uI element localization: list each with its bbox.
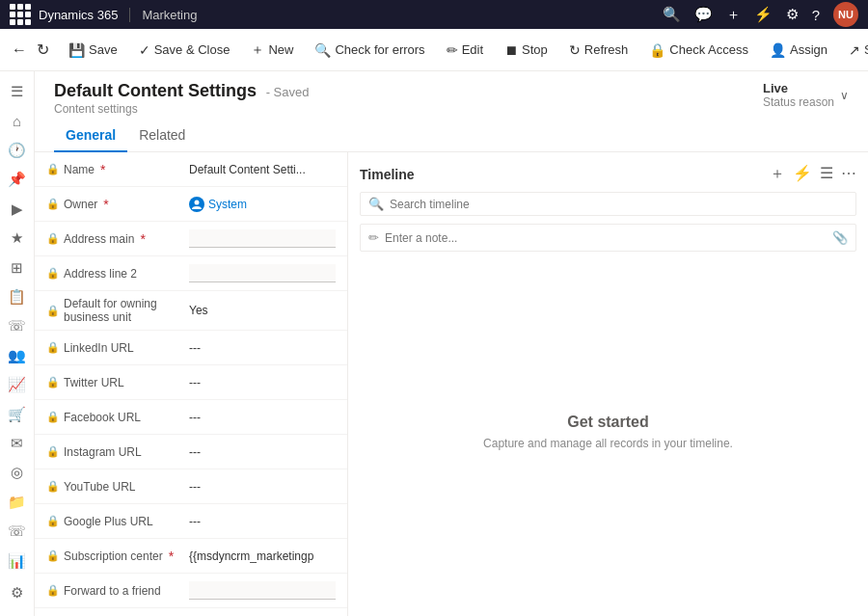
check-errors-button[interactable]: 🔍 Check for errors: [305, 39, 434, 62]
refresh-button[interactable]: ↻ Refresh: [559, 39, 638, 62]
question-icon[interactable]: 💬: [694, 6, 713, 23]
new-button[interactable]: ＋ New: [241, 38, 303, 63]
field-value-subscription: {{msdyncrm_marketingp: [189, 549, 336, 563]
add-icon[interactable]: ＋: [726, 6, 741, 24]
lock-icon-forward: 🔒: [46, 584, 60, 597]
timeline-note-input[interactable]: [385, 231, 827, 245]
field-row-forward: 🔒 Forward to a friend: [35, 574, 347, 608]
sidebar-icon-play[interactable]: ▶: [2, 197, 33, 222]
field-value-forward[interactable]: [189, 581, 336, 600]
field-label-default-owning: 🔒 Default for owning business unit: [46, 297, 189, 324]
field-value-address-main[interactable]: [189, 229, 336, 248]
sidebar-icon-target[interactable]: ◎: [2, 460, 33, 485]
status-area[interactable]: Live Status reason ∨: [763, 81, 849, 109]
field-value-linkedin: ---: [189, 341, 336, 355]
settings-icon[interactable]: ⚙: [786, 6, 799, 23]
edit-button[interactable]: ✏ Edit: [437, 39, 493, 62]
sidebar-icon-menu[interactable]: ☰: [2, 79, 33, 104]
forward-refresh-button[interactable]: ↻: [33, 37, 53, 63]
lock-icon-twitter: 🔒: [46, 376, 60, 388]
sidebar-icon-people[interactable]: ★: [2, 226, 33, 251]
timeline-add-icon[interactable]: ＋: [770, 164, 785, 184]
lock-icon-owner: 🔒: [46, 198, 60, 210]
sidebar-icon-folder[interactable]: 📁: [2, 490, 33, 515]
timeline-more-icon[interactable]: ⋯: [841, 164, 856, 184]
required-indicator-address-main: *: [140, 232, 145, 246]
field-row-address-main: 🔒 Address main *: [35, 222, 347, 256]
edit-icon: ✏: [447, 42, 458, 58]
svg-point-0: [195, 200, 200, 204]
field-label-twitter: 🔒 Twitter URL: [46, 376, 189, 389]
timeline-filter-icon[interactable]: ⚡: [793, 164, 812, 184]
share-icon: ↗: [849, 42, 860, 58]
refresh-icon: ↻: [569, 42, 581, 58]
sidebar-icon-reports[interactable]: 📊: [2, 549, 33, 574]
check-access-icon: 🔒: [649, 42, 665, 58]
field-row-instagram: 🔒 Instagram URL ---: [35, 435, 347, 469]
timeline-empty-state: Get started Capture and manage all recor…: [360, 259, 856, 604]
field-row-name: 🔒 Name * Default Content Setti...: [35, 152, 347, 187]
timeline-note-bar[interactable]: ✏ 📎: [360, 224, 856, 252]
timeline-empty-title: Get started: [567, 414, 648, 431]
main-layout: ☰ ⌂ 🕐 📌 ▶ ★ ⊞ 📋 ☏ 👥 📈 🛒 ✉ ◎ 📁 ☏ 📊 ⚙ Defa…: [0, 71, 868, 616]
timeline-list-icon[interactable]: ☰: [820, 164, 833, 184]
sidebar-icon-cart[interactable]: 🛒: [2, 401, 33, 426]
command-bar: ← ↻ 💾 Save ✓ Save & Close ＋ New 🔍 Check …: [0, 29, 868, 71]
check-access-button[interactable]: 🔒 Check Access: [639, 39, 758, 62]
back-button[interactable]: ←: [8, 38, 31, 63]
apps-grid-icon[interactable]: [10, 4, 31, 25]
check-errors-icon: 🔍: [314, 42, 331, 58]
timeline-search-input[interactable]: [390, 198, 848, 211]
owner-avatar: [189, 197, 204, 212]
sidebar-icon-email[interactable]: ✉: [2, 431, 33, 456]
attachment-icon[interactable]: 📎: [832, 230, 848, 245]
field-label-facebook: 🔒 Facebook URL: [46, 411, 189, 424]
field-value-instagram: ---: [189, 445, 336, 459]
field-value-address-line2[interactable]: [189, 264, 336, 282]
address-main-input[interactable]: [189, 229, 336, 248]
main-content: Default Content Settings - Saved Content…: [35, 71, 868, 616]
nav-back-fwd: ← ↻: [8, 37, 53, 63]
field-row-linkedin: 🔒 LinkedIn URL ---: [35, 331, 347, 365]
status-chevron-icon[interactable]: ∨: [840, 89, 849, 102]
sidebar-icon-pin[interactable]: 📌: [2, 167, 33, 192]
field-value-googleplus: ---: [189, 515, 336, 528]
sidebar-icon-phone2[interactable]: ☏: [2, 519, 33, 544]
forward-input[interactable]: [189, 581, 336, 600]
save-close-button[interactable]: ✓ Save & Close: [129, 39, 240, 62]
share-button[interactable]: ↗ Share: [839, 39, 868, 62]
sidebar-icon-phone[interactable]: ☏: [2, 313, 33, 338]
filter-icon[interactable]: ⚡: [754, 6, 773, 23]
tab-related[interactable]: Related: [127, 120, 197, 152]
sidebar-icon-table[interactable]: ⊞: [2, 254, 33, 280]
new-icon: ＋: [251, 41, 264, 59]
field-row-twitter: 🔒 Twitter URL ---: [35, 365, 347, 400]
field-value-name: Default Content Setti...: [189, 163, 336, 176]
timeline-search-bar[interactable]: 🔍: [360, 192, 856, 216]
tab-general[interactable]: General: [54, 120, 127, 152]
help-icon[interactable]: ?: [812, 7, 820, 23]
field-value-twitter: ---: [189, 376, 336, 389]
sidebar-icon-settings[interactable]: ⚙: [2, 577, 33, 608]
sidebar-icon-calendar[interactable]: 📋: [2, 284, 33, 309]
required-indicator-subscription: *: [169, 549, 174, 563]
sidebar-icon-chart[interactable]: 📈: [2, 372, 33, 397]
field-label-instagram: 🔒 Instagram URL: [46, 445, 189, 459]
assign-button[interactable]: 👤 Assign: [760, 39, 837, 62]
field-label-address-line2: 🔒 Address line 2: [46, 267, 189, 281]
stop-button[interactable]: ⏹ Stop: [495, 39, 557, 62]
sidebar-icon-home[interactable]: ⌂: [2, 108, 33, 133]
address-line2-input[interactable]: [189, 264, 336, 282]
field-value-owner[interactable]: System: [189, 197, 336, 212]
avatar[interactable]: NU: [833, 2, 858, 27]
field-row-subscription: 🔒 Subscription center * {{msdyncrm_marke…: [35, 539, 347, 574]
sidebar-icon-contacts[interactable]: 👥: [2, 343, 33, 368]
search-icon[interactable]: 🔍: [663, 6, 681, 23]
field-label-youtube: 🔒 YouTube URL: [46, 480, 189, 494]
save-button[interactable]: 💾 Save: [59, 39, 127, 62]
save-close-icon: ✓: [139, 42, 150, 58]
sidebar-icon-recent[interactable]: 🕐: [2, 138, 33, 163]
top-nav-icons: 🔍 💬 ＋ ⚡ ⚙ ? NU: [663, 2, 858, 27]
field-value-facebook: ---: [189, 411, 336, 424]
field-label-googleplus: 🔒 Google Plus URL: [46, 515, 189, 528]
